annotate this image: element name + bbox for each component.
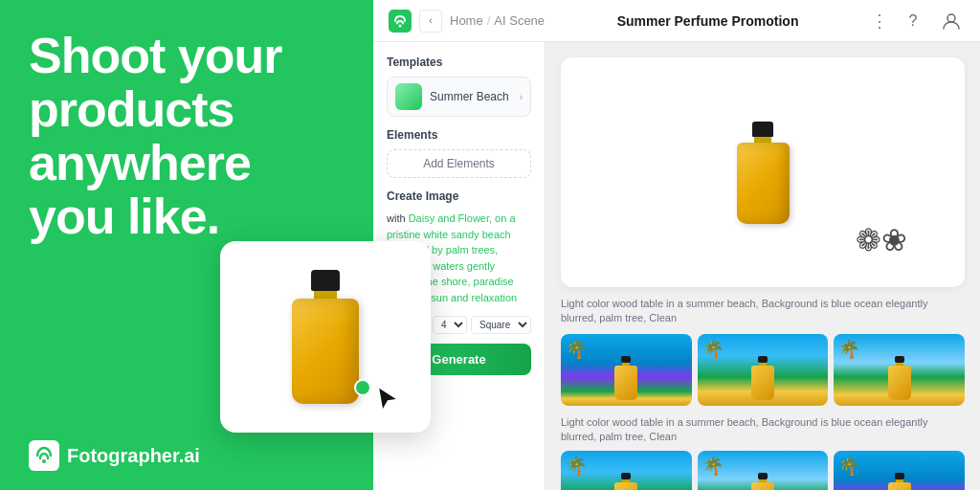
brand-name-text: Fotographer.ai — [67, 445, 200, 467]
product-card — [220, 241, 431, 433]
result-bottle-3 — [888, 356, 911, 400]
profile-icon[interactable] — [938, 8, 965, 34]
palm-icon-3: 🌴 — [838, 339, 859, 360]
result-item-1[interactable]: 🌴 — [561, 334, 692, 406]
main-content: Templates Summer Beach › Elements Add El… — [373, 42, 980, 490]
template-thumb — [395, 83, 422, 110]
svg-point-1 — [399, 24, 402, 27]
svg-point-2 — [947, 14, 955, 22]
prompt-prefix: with — [387, 212, 406, 224]
canvas-area: ❁❀ Light color wood table in a summer be… — [546, 42, 980, 490]
app-icon — [389, 10, 412, 33]
breadcrumb-scene[interactable]: AI Scene — [494, 13, 545, 28]
result-bottle-5 — [751, 473, 774, 490]
template-name: Summer Beach — [430, 90, 512, 103]
results-label-1: Light color wood table in a summer beach… — [561, 297, 965, 326]
templates-label: Templates — [387, 56, 531, 69]
canvas-bottle-body — [737, 143, 790, 224]
palm-icon-2: 🌴 — [702, 339, 724, 360]
flower-decoration: ❁❀ — [856, 222, 907, 258]
result-item-2[interactable]: 🌴 — [698, 334, 829, 406]
result-item-5[interactable]: 🌴 — [698, 451, 829, 490]
top-bar-actions: ⋮ ? — [871, 8, 965, 34]
main-canvas: ❁❀ — [561, 57, 965, 287]
results-label-2: Light color wood table in a summer beach… — [561, 415, 965, 445]
top-bar: ‹ Home / AI Scene Summer Perfume Promoti… — [373, 0, 980, 42]
help-icon[interactable]: ? — [900, 8, 926, 34]
canvas-bottle-cap — [752, 122, 773, 137]
nav-back-button[interactable]: ‹ — [419, 10, 442, 33]
cursor-icon — [373, 385, 402, 413]
canvas-bottle-neck — [754, 137, 771, 143]
left-panel: Shoot your products anywhere you like. F… — [0, 0, 373, 490]
template-arrow-icon: › — [520, 92, 523, 102]
breadcrumb-sep1: / — [487, 13, 491, 28]
add-elements-button[interactable]: Add Elements — [387, 149, 531, 178]
bottle-cap — [311, 270, 340, 291]
palm-icon-4: 🌴 — [566, 456, 587, 477]
svg-point-0 — [42, 459, 46, 463]
result-item-3[interactable]: 🌴 — [834, 334, 965, 406]
breadcrumb: Home / AI Scene — [450, 13, 545, 28]
bottle-neck — [314, 291, 337, 299]
page-title: Summer Perfume Promotion — [552, 13, 863, 29]
hero-text: Shoot your products anywhere you like. — [29, 29, 345, 244]
more-options-icon[interactable]: ⋮ — [871, 11, 888, 32]
result-bottle-4 — [614, 473, 637, 490]
palm-icon-5: 🌴 — [702, 456, 724, 477]
result-item-6[interactable]: 🌴 — [834, 451, 965, 490]
canvas-product — [737, 122, 790, 224]
result-bottle-1 — [614, 356, 637, 400]
generation-count-select[interactable]: 4 — [433, 316, 467, 334]
palm-icon-6: 🌴 — [838, 456, 859, 477]
elements-label: Elements — [387, 128, 531, 142]
right-panel: ‹ Home / AI Scene Summer Perfume Promoti… — [373, 0, 980, 490]
green-dot — [354, 379, 371, 396]
brand-logo-icon — [29, 440, 59, 471]
breadcrumb-home[interactable]: Home — [450, 13, 483, 28]
palm-icon-1: 🌴 — [566, 339, 587, 360]
bottle-body — [292, 299, 359, 404]
result-bottle-6 — [888, 473, 911, 490]
create-image-label: Create Image — [387, 189, 531, 203]
generation-shape-select[interactable]: Square — [471, 316, 531, 334]
brand-logo: Fotographer.ai — [29, 440, 345, 471]
template-item[interactable]: Summer Beach › — [387, 77, 531, 117]
result-item-4[interactable]: 🌴 — [561, 451, 692, 490]
results-grid-2: 🌴 🌴 🌴 — [561, 451, 965, 490]
results-grid-1: 🌴 🌴 🌴 — [561, 334, 965, 406]
result-bottle-2 — [751, 356, 774, 400]
